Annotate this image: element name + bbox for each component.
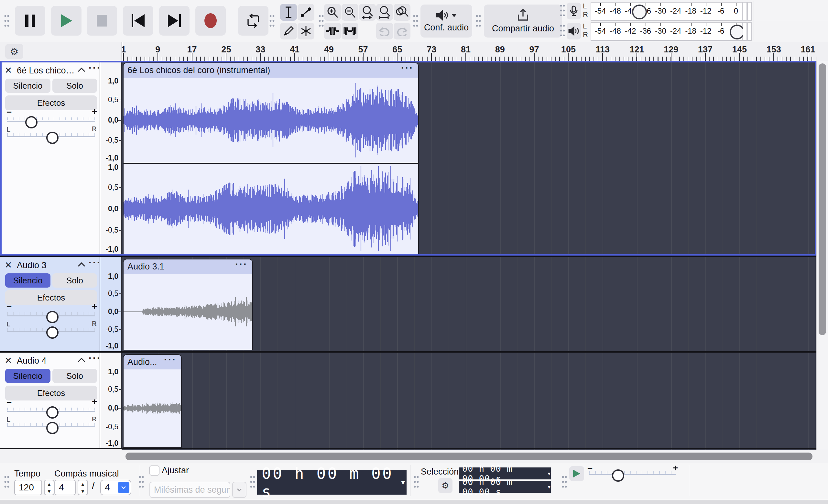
multi-tool-button[interactable] (298, 23, 315, 39)
audio-setup-grip[interactable] (475, 13, 481, 29)
time-signature-upper-input[interactable]: 4 (54, 480, 76, 495)
track-separator-1[interactable] (0, 256, 816, 257)
track-3-close-icon[interactable]: ✕ (4, 355, 12, 366)
zoom-in-button[interactable] (324, 4, 341, 21)
selection-toolbar-grip[interactable] (413, 474, 419, 490)
fit-selection-button[interactable] (359, 4, 376, 21)
track-1-close-icon[interactable]: ✕ (4, 65, 12, 76)
track-2-name[interactable]: Audio 3 (17, 260, 47, 270)
vertical-scrollbar[interactable] (816, 61, 828, 450)
track-2-effects-button[interactable]: Efectos (5, 290, 97, 305)
track-2-collapse-icon[interactable] (78, 262, 85, 267)
record-meter[interactable]: -54-48-42-36-30-24-18-12-60 (591, 2, 743, 21)
trim-audio-button[interactable] (324, 23, 341, 39)
track-3-effects-button[interactable]: Efectos (5, 386, 97, 401)
time-signature-lower-select[interactable]: 4 (100, 480, 131, 495)
time-signature-stepper[interactable]: ▲▼ (78, 480, 88, 495)
snap-unit-combo[interactable]: Milésimas de segun (150, 482, 230, 498)
track-2-solo-button[interactable]: Solo (52, 274, 97, 288)
playback-meter[interactable]: -54-48-42-36-30-24-18-12-60 (591, 22, 743, 41)
track-1-solo-button[interactable]: Solo (52, 79, 97, 93)
track-2-clip-menu-icon[interactable]: ··· (235, 259, 248, 270)
track-2-clip[interactable]: Audio 3.1 ··· (123, 259, 253, 350)
selection-options-button[interactable]: ⚙ (438, 478, 453, 493)
redo-button[interactable] (394, 23, 410, 39)
record-meter-mic-button[interactable] (567, 3, 581, 19)
play-at-speed-grip[interactable] (562, 474, 567, 490)
playback-meter-speaker-button[interactable] (567, 23, 581, 39)
track-2-close-icon[interactable]: ✕ (4, 260, 12, 270)
transport-toolbar-grip-right[interactable] (269, 13, 275, 29)
track-1-clip[interactable]: 6é Los chicos del coro (instrumental) ··… (123, 62, 419, 255)
track-separator-3[interactable] (0, 448, 816, 449)
track-3-solo-button[interactable]: Solo (52, 369, 97, 383)
track-2-mute-button[interactable]: Silencio (5, 274, 50, 288)
tempo-input[interactable]: 120 (14, 480, 42, 495)
track-3-clip[interactable]: Audio... ··· (123, 354, 182, 448)
speed-slider[interactable] (589, 474, 676, 475)
track-1-name[interactable]: 6é Los chicos... (17, 66, 75, 76)
track-3-menu-icon[interactable]: ··· (89, 352, 101, 364)
track-1-gain-thumb[interactable] (25, 116, 38, 128)
track-1-gain-slider[interactable] (7, 121, 95, 122)
track-1-collapse-icon[interactable] (78, 68, 85, 72)
horizontal-scrollbar-thumb[interactable] (125, 453, 813, 460)
play-at-speed-button[interactable] (569, 466, 584, 481)
transport-toolbar-grip[interactable] (4, 13, 10, 29)
silence-audio-button[interactable] (341, 23, 358, 39)
edit-toolbar-grip[interactable] (318, 13, 324, 29)
fit-project-button[interactable] (376, 4, 393, 21)
track-3-gain-thumb[interactable] (46, 406, 58, 419)
share-audio-button[interactable]: Compartir audio (484, 4, 562, 38)
audio-setup-button[interactable]: Conf. audio (420, 4, 472, 38)
tempo-stepper[interactable]: ▲▼ (44, 480, 54, 495)
snap-checkbox[interactable] (150, 465, 160, 475)
track-1-pan-thumb[interactable] (46, 132, 58, 144)
time-toolbar-grip[interactable] (4, 474, 10, 490)
track-3-clip-menu-icon[interactable]: ··· (164, 354, 177, 365)
track-2-pan-thumb[interactable] (46, 326, 58, 339)
timeline-ruler[interactable]: 1917253341495765738189971051131211291371… (122, 42, 816, 61)
record-meter-grip[interactable] (560, 3, 565, 16)
record-button[interactable] (195, 6, 226, 36)
skip-to-start-button[interactable] (123, 6, 153, 36)
track-separator-2[interactable] (0, 351, 816, 352)
playback-meter-grip[interactable] (560, 23, 565, 36)
track-1-clip-menu-icon[interactable]: ··· (401, 62, 414, 74)
undo-button[interactable] (376, 23, 393, 39)
track-1-menu-icon[interactable]: ··· (89, 62, 101, 74)
snap-toolbar-grip[interactable] (138, 474, 144, 490)
selection-end-caret-icon[interactable]: ▼ (548, 484, 551, 490)
position-caret-icon[interactable]: ▼ (401, 478, 407, 486)
track-3-pan-thumb[interactable] (46, 422, 58, 434)
track-1-clip-header[interactable]: 6é Los chicos del coro (instrumental) ··… (124, 63, 418, 78)
audio-position-display[interactable]: 00 h 00 m 00 s ▼ (257, 470, 407, 495)
play-button[interactable] (51, 6, 82, 36)
selection-end-display[interactable]: 00 h 00 m 00.00 s ▼ (459, 481, 551, 493)
zoom-toggle-button[interactable] (394, 4, 410, 21)
tools-toolbar-grip[interactable] (413, 13, 418, 29)
track-3-name[interactable]: Audio 4 (17, 356, 47, 366)
stop-button[interactable] (87, 6, 117, 36)
speed-slider-thumb[interactable] (612, 469, 624, 482)
skip-to-end-button[interactable] (159, 6, 190, 36)
select-chevron-button[interactable] (118, 482, 129, 493)
track-3-mute-button[interactable]: Silencio (5, 369, 50, 383)
envelope-tool-button[interactable] (298, 4, 315, 21)
draw-tool-button[interactable] (280, 23, 297, 39)
position-toolbar-grip[interactable] (250, 474, 255, 490)
meter-slider-thumb[interactable] (632, 4, 647, 19)
track-1-effects-button[interactable]: Efectos (5, 95, 97, 110)
track-2-clip-header[interactable]: Audio 3.1 ··· (124, 259, 252, 274)
vertical-scrollbar-thumb[interactable] (819, 64, 826, 335)
selection-tool-button[interactable] (280, 4, 297, 21)
zoom-out-button[interactable] (341, 4, 358, 21)
track-2-menu-icon[interactable]: ··· (89, 257, 101, 268)
pause-button[interactable] (15, 6, 45, 36)
selection-start-caret-icon[interactable]: ▼ (548, 471, 551, 476)
loop-button[interactable] (238, 6, 268, 36)
track-2-gain-thumb[interactable] (46, 311, 58, 323)
timeline-options-button[interactable]: ⚙ (5, 44, 23, 59)
horizontal-scrollbar[interactable] (0, 450, 828, 463)
track-3-clip-header[interactable]: Audio... ··· (124, 355, 181, 369)
